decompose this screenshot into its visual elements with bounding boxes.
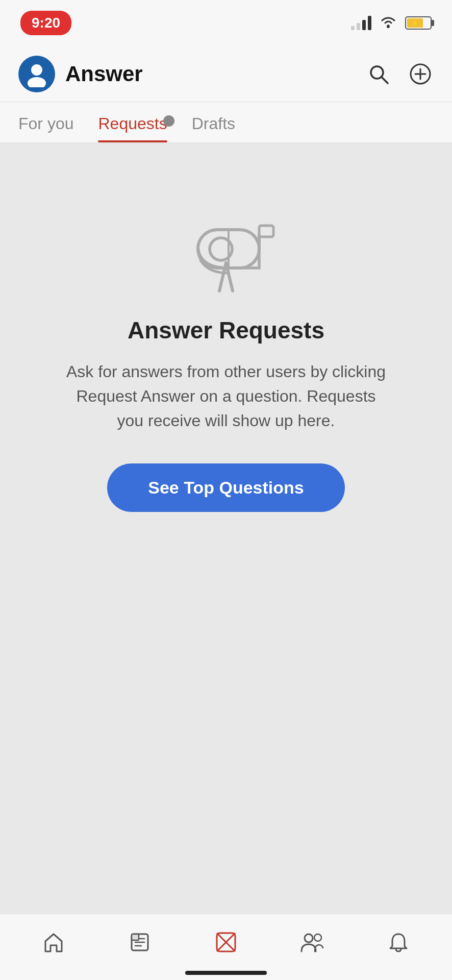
nav-write[interactable] — [200, 922, 252, 963]
empty-state-title: Answer Requests — [128, 316, 324, 344]
header-actions — [365, 61, 434, 87]
svg-rect-20 — [132, 934, 139, 940]
svg-point-2 — [28, 77, 46, 87]
mailbox-illustration — [170, 184, 282, 296]
tab-bar: For you Requests Drafts — [0, 102, 452, 143]
header-brand: Answer — [18, 56, 365, 92]
main-content: Answer Requests Ask for answers from oth… — [0, 143, 452, 914]
svg-point-24 — [305, 934, 313, 942]
add-button[interactable] — [407, 61, 434, 87]
nav-answers[interactable] — [114, 922, 165, 963]
requests-badge — [163, 115, 174, 127]
nav-notifications[interactable] — [373, 922, 424, 963]
battery-icon: ⚡ — [405, 16, 432, 30]
tab-for-you[interactable]: For you — [18, 114, 88, 142]
nav-home[interactable] — [28, 922, 79, 963]
signal-icon — [351, 16, 371, 30]
bell-icon — [387, 931, 410, 953]
nav-people[interactable] — [287, 922, 338, 963]
tab-drafts[interactable]: Drafts — [192, 114, 249, 142]
search-button[interactable] — [365, 61, 392, 87]
svg-point-25 — [314, 934, 321, 941]
home-indicator — [185, 971, 267, 975]
wifi-icon — [380, 14, 397, 32]
svg-point-1 — [31, 64, 42, 76]
app-title: Answer — [65, 62, 143, 86]
write-icon — [215, 931, 237, 953]
avatar[interactable] — [18, 56, 55, 92]
status-time: 9:20 — [20, 11, 71, 35]
svg-rect-14 — [259, 226, 273, 237]
list-icon — [129, 931, 151, 953]
empty-state-description: Ask for answers from other users by clic… — [63, 359, 389, 433]
see-top-questions-button[interactable]: See Top Questions — [107, 463, 344, 512]
bottom-nav — [0, 914, 452, 980]
home-icon — [42, 931, 65, 953]
status-icons: ⚡ — [351, 14, 432, 32]
svg-line-4 — [382, 77, 388, 83]
app-header: Answer — [0, 46, 452, 102]
tab-requests[interactable]: Requests — [98, 114, 181, 142]
people-icon — [299, 931, 325, 953]
status-bar: 9:20 ⚡ — [0, 0, 452, 46]
svg-point-0 — [387, 25, 390, 28]
